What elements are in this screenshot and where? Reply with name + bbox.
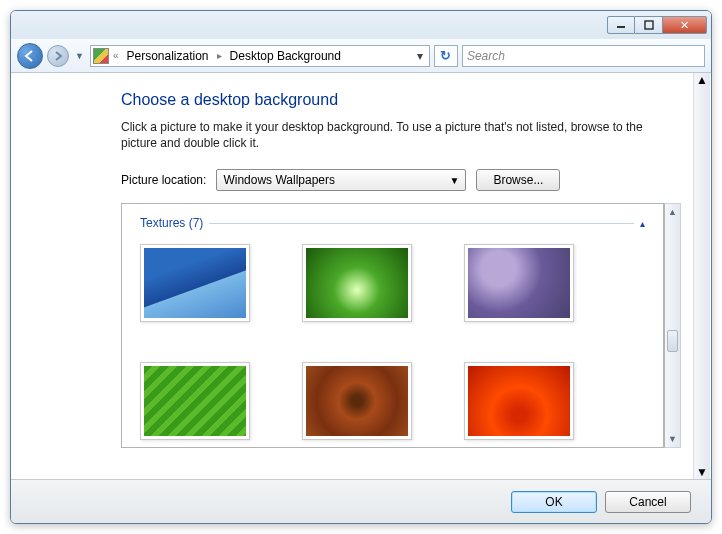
cancel-button-label: Cancel: [629, 495, 666, 509]
cancel-button[interactable]: Cancel: [605, 491, 691, 513]
scroll-up-icon: ▲: [696, 73, 708, 87]
page-title: Choose a desktop background: [121, 91, 671, 109]
address-bar[interactable]: « Personalization ▸ Desktop Background ▾: [90, 45, 430, 67]
picture-location-value: Windows Wallpapers: [223, 173, 335, 187]
collapse-caret-icon: ▴: [640, 218, 645, 229]
recent-pages-dropdown[interactable]: ▼: [73, 51, 86, 61]
gallery-scrollbar[interactable]: ▲ ▼: [664, 203, 681, 448]
scroll-up-icon: ▲: [668, 204, 677, 220]
content-scrollbar[interactable]: ▲ ▼: [693, 73, 710, 479]
breadcrumb-separator: ▸: [215, 50, 224, 61]
group-header-textures[interactable]: Textures (7) ▴: [140, 216, 645, 230]
dialog-footer: OK Cancel: [11, 479, 711, 523]
wallpaper-gallery: Textures (7) ▴: [121, 203, 664, 448]
gallery-container: Textures (7) ▴ ▲ ▼: [121, 203, 681, 448]
wallpaper-thumb-flower[interactable]: [464, 362, 574, 440]
wallpaper-thumb-fish[interactable]: [140, 244, 250, 322]
thumb-image: [144, 248, 246, 318]
refresh-icon: ↻: [440, 48, 451, 63]
browse-button[interactable]: Browse...: [476, 169, 560, 191]
wallpaper-thumb-grass[interactable]: [302, 244, 412, 322]
search-placeholder: Search: [467, 49, 505, 63]
picture-location-row: Picture location: Windows Wallpapers ▼ B…: [121, 169, 671, 191]
breadcrumb-prefix: «: [111, 50, 121, 61]
maximize-button[interactable]: [635, 16, 663, 34]
ok-button[interactable]: OK: [511, 491, 597, 513]
picture-location-combo[interactable]: Windows Wallpapers ▼: [216, 169, 466, 191]
address-dropdown[interactable]: ▾: [413, 49, 427, 63]
search-input[interactable]: Search: [462, 45, 705, 67]
breadcrumb-desktop-background[interactable]: Desktop Background: [226, 49, 345, 63]
personalization-icon: [93, 48, 109, 64]
picture-location-label: Picture location:: [121, 173, 206, 187]
forward-button[interactable]: [47, 45, 69, 67]
minimize-button[interactable]: [607, 16, 635, 34]
svg-rect-1: [645, 21, 653, 29]
wallpaper-thumb-wood[interactable]: [302, 362, 412, 440]
maximize-icon: [644, 20, 654, 30]
back-button[interactable]: [17, 43, 43, 69]
thumb-image: [306, 366, 408, 436]
window: ✕ ▼ « Personalization ▸ Desktop Backgrou…: [10, 10, 712, 524]
nav-bar: ▼ « Personalization ▸ Desktop Background…: [11, 39, 711, 73]
thumb-image: [144, 366, 246, 436]
thumbnail-grid: [140, 244, 645, 440]
content-pane: Choose a desktop background Click a pict…: [11, 73, 711, 479]
back-arrow-icon: [23, 49, 37, 63]
minimize-icon: [616, 20, 626, 30]
breadcrumb-personalization[interactable]: Personalization: [122, 49, 212, 63]
thumb-image: [468, 248, 570, 318]
close-icon: ✕: [680, 19, 689, 32]
close-button[interactable]: ✕: [663, 16, 707, 34]
forward-arrow-icon: [52, 50, 64, 62]
scroll-down-icon: ▼: [696, 465, 708, 479]
chevron-down-icon: ▼: [449, 175, 459, 186]
thumb-image: [468, 366, 570, 436]
group-title: Textures (7): [140, 216, 203, 230]
refresh-button[interactable]: ↻: [434, 45, 458, 67]
wallpaper-thumb-leaf[interactable]: [140, 362, 250, 440]
scroll-down-icon: ▼: [668, 431, 677, 447]
scroll-thumb[interactable]: [667, 330, 678, 352]
group-divider: [209, 223, 634, 224]
title-bar: ✕: [11, 11, 711, 39]
browse-button-label: Browse...: [493, 173, 543, 187]
wallpaper-thumb-pebbles[interactable]: [464, 244, 574, 322]
ok-button-label: OK: [545, 495, 562, 509]
page-description: Click a picture to make it your desktop …: [121, 119, 671, 151]
thumb-image: [306, 248, 408, 318]
